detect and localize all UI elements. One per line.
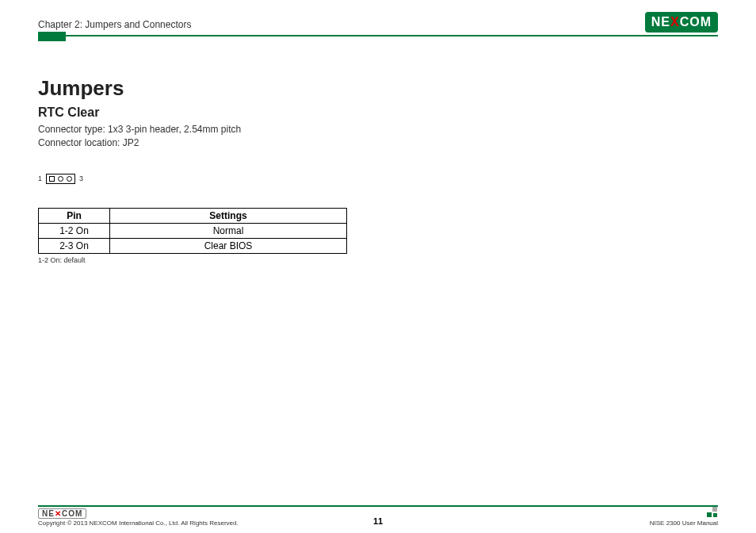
- chapter-title: Chapter 2: Jumpers and Connectors: [38, 19, 191, 33]
- table-footnote: 1-2 On: default: [38, 256, 718, 264]
- connector-location: Connector location: JP2: [38, 136, 718, 150]
- jumper-diagram: 1 3: [38, 174, 718, 184]
- pin-1-label: 1: [38, 174, 42, 182]
- logo-ne: NE: [651, 15, 670, 29]
- cell-setting: Clear BIOS: [110, 238, 347, 253]
- connector-type: Connector type: 1x3 3-pin header, 2.54mm…: [38, 123, 718, 136]
- logo-com: COM: [680, 15, 712, 29]
- page-footer: NE✕COM Copyright © 2013 NEXCOM Internati…: [0, 505, 756, 519]
- pin-1-icon: [49, 176, 55, 182]
- footer-squares-icon: [707, 507, 718, 518]
- table-row: 1-2 On Normal: [39, 223, 347, 238]
- settings-table: Pin Settings 1-2 On Normal 2-3 On Clear …: [38, 208, 347, 254]
- pin-3-label: 3: [79, 174, 83, 182]
- pin-3-icon: [67, 176, 72, 182]
- page-title: Jumpers: [38, 76, 718, 101]
- cell-pin: 1-2 On: [39, 223, 110, 238]
- footer-divider: [38, 505, 718, 507]
- section-heading: RTC Clear: [38, 105, 718, 120]
- cell-pin: 2-3 On: [39, 238, 110, 253]
- cell-setting: Normal: [110, 223, 347, 238]
- pin-2-icon: [58, 176, 63, 182]
- page-number: 11: [373, 516, 383, 526]
- header-pin: Pin: [39, 208, 110, 223]
- jumper-header-box: [46, 174, 75, 184]
- logo-x: X: [670, 15, 680, 29]
- footer-logo: NE✕COM: [38, 508, 86, 519]
- manual-name: NISE 2300 User Manual: [650, 520, 718, 527]
- page-header: Chapter 2: Jumpers and Connectors NEXCOM: [0, 0, 756, 33]
- table-row: 2-3 On Clear BIOS: [39, 238, 347, 253]
- main-content: Jumpers RTC Clear Connector type: 1x3 3-…: [0, 36, 756, 264]
- green-tab-marker: [38, 32, 66, 41]
- copyright-text: Copyright © 2013 NEXCOM International Co…: [38, 520, 239, 527]
- header-settings: Settings: [110, 208, 347, 223]
- table-header-row: Pin Settings: [39, 208, 347, 223]
- nexcom-logo: NEXCOM: [645, 12, 718, 33]
